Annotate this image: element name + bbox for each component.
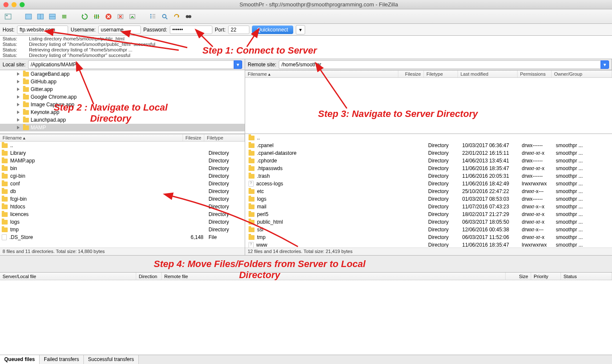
tab-successful-transfers[interactable]: Successful transfers: [84, 355, 139, 364]
quickconnect-dropdown-icon[interactable]: ▾: [296, 25, 305, 34]
col-server-file[interactable]: Server/Local file: [0, 273, 136, 280]
close-window-button[interactable]: [3, 2, 9, 7]
col-filetype[interactable]: Filetype: [424, 71, 458, 77]
port-input[interactable]: [228, 26, 249, 34]
disclosure-icon[interactable]: [17, 103, 20, 106]
dropdown-icon[interactable]: ▾: [234, 60, 242, 69]
process-queue-icon[interactable]: [91, 11, 102, 22]
disclosure-icon[interactable]: [17, 88, 20, 91]
file-row[interactable]: logsDirectory: [0, 218, 245, 226]
tab-queued-files[interactable]: Queued files: [0, 355, 40, 364]
file-row[interactable]: MAMP.appDirectory: [0, 157, 245, 165]
toolbar: [0, 9, 612, 24]
col-direction[interactable]: Direction: [136, 273, 162, 280]
toggle-local-tree-icon[interactable]: [35, 11, 46, 22]
file-row[interactable]: ..: [245, 134, 612, 142]
dropdown-icon[interactable]: ▾: [601, 60, 609, 69]
local-file-list[interactable]: ..LibraryDirectoryMAMP.appDirectorybinDi…: [0, 142, 245, 247]
filter-icon[interactable]: [147, 11, 158, 22]
message-log[interactable]: Status:Listing directory /home5/smoothpr…: [0, 36, 612, 59]
tree-node[interactable]: Launchpad.app: [0, 116, 245, 124]
file-row[interactable]: perl5Directory18/02/2017 21:27:29drwxr-x…: [245, 210, 612, 218]
col-filesize[interactable]: Filesize: [398, 71, 424, 77]
file-row[interactable]: tmpDirectory06/03/2017 11:52:06drwxr-xr-…: [245, 233, 612, 241]
toggle-queue-icon[interactable]: [59, 11, 70, 22]
col-filename[interactable]: Filename ▴: [245, 71, 398, 77]
reconnect-icon[interactable]: [127, 11, 138, 22]
disclosure-icon[interactable]: [17, 72, 20, 76]
file-row[interactable]: .cpanel-datastoreDirectory22/01/2012 16:…: [245, 149, 612, 157]
file-row[interactable]: licencesDirectory: [0, 210, 245, 218]
tree-node[interactable]: Keynote.app: [0, 108, 245, 116]
file-modified: 11/06/2016 20:05:31: [460, 173, 519, 179]
file-row[interactable]: cgi-binDirectory: [0, 172, 245, 180]
file-row[interactable]: logsDirectory01/03/2017 08:53:03drwx----…: [245, 195, 612, 203]
col-permissions[interactable]: Permissions: [518, 71, 552, 77]
sync-browse-icon[interactable]: [183, 11, 194, 22]
site-manager-icon[interactable]: [3, 11, 14, 22]
cancel-icon[interactable]: [103, 11, 114, 22]
file-row[interactable]: htdocsDirectory: [0, 203, 245, 210]
col-priority[interactable]: Priority: [531, 273, 561, 280]
file-row[interactable]: .htpasswdsDirectory11/06/2016 18:35:47dr…: [245, 165, 612, 172]
file-row[interactable]: sslDirectory12/06/2016 00:45:38drwxr-x--…: [245, 226, 612, 233]
file-row[interactable]: access-logsDirectory11/06/2016 18:42:49l…: [245, 180, 612, 188]
tree-node[interactable]: GitHub.app: [0, 78, 245, 85]
file-row[interactable]: .cpanelDirectory10/03/2017 06:36:47drwx-…: [245, 142, 612, 149]
file-row[interactable]: .cphordeDirectory14/06/2013 13:45:41drwx…: [245, 157, 612, 165]
toggle-remote-tree-icon[interactable]: [47, 11, 58, 22]
disclosure-icon[interactable]: [17, 80, 20, 83]
username-input[interactable]: [98, 26, 141, 34]
file-row[interactable]: fcgi-binDirectory: [0, 195, 245, 203]
remote-tree[interactable]: Filename ▴ Filesize Filetype Last modifi…: [245, 70, 612, 134]
tree-node[interactable]: MAMP: [0, 124, 245, 131]
search-icon[interactable]: [159, 11, 170, 22]
file-row[interactable]: wwwDirectory11/06/2016 18:35:47lrwxrwxrw…: [245, 241, 612, 247]
disconnect-icon[interactable]: [115, 11, 126, 22]
quickconnect-button[interactable]: Quickconnect: [252, 26, 293, 34]
local-site-input[interactable]: [28, 60, 234, 69]
host-input[interactable]: [17, 26, 68, 34]
compare-icon[interactable]: [171, 11, 182, 22]
zoom-window-button[interactable]: [20, 2, 25, 7]
file-row[interactable]: mailDirectory11/07/2016 07:43:23drwxr-x-…: [245, 203, 612, 210]
col-status[interactable]: Status: [561, 273, 612, 280]
tab-failed-transfers[interactable]: Failed transfers: [40, 355, 84, 364]
file-name: tmp: [10, 227, 19, 233]
refresh-icon[interactable]: [79, 11, 90, 22]
local-tree[interactable]: GarageBand.appGitHub.appGitter.appGoogle…: [0, 70, 245, 134]
file-name: logs: [10, 219, 20, 225]
remote-site-input[interactable]: [279, 60, 601, 69]
col-remote-file[interactable]: Remote file: [162, 273, 506, 280]
file-row[interactable]: tmpDirectory: [0, 226, 245, 233]
tree-node[interactable]: Gitter.app: [0, 85, 245, 93]
remote-file-list[interactable]: ...cpanelDirectory10/03/2017 06:36:47drw…: [245, 134, 612, 247]
toggle-log-icon[interactable]: [23, 11, 34, 22]
col-filesize[interactable]: Filesize: [183, 134, 204, 141]
disclosure-icon[interactable]: [17, 118, 20, 122]
file-row[interactable]: etcDirectory25/10/2016 22:47:22drwxr-x--…: [245, 188, 612, 195]
file-row[interactable]: public_htmlDirectory06/03/2017 18:05:50d…: [245, 218, 612, 226]
link-icon: [249, 181, 254, 187]
queue-body[interactable]: [0, 280, 612, 355]
tree-node[interactable]: Image Capture.app: [0, 101, 245, 108]
col-modified[interactable]: Last modified: [458, 71, 518, 77]
tree-node[interactable]: Google Chrome.app: [0, 93, 245, 101]
col-filename[interactable]: Filename ▴: [0, 134, 183, 141]
file-row[interactable]: .trashDirectory11/06/2016 20:05:31drwx--…: [245, 172, 612, 180]
file-row[interactable]: confDirectory: [0, 180, 245, 188]
file-row[interactable]: LibraryDirectory: [0, 149, 245, 157]
col-owner[interactable]: Owner/Group: [552, 71, 612, 77]
disclosure-icon[interactable]: [17, 95, 20, 99]
minimize-window-button[interactable]: [11, 2, 17, 7]
file-row[interactable]: binDirectory: [0, 165, 245, 172]
file-row[interactable]: .DS_Store6,148File: [0, 233, 245, 241]
file-row[interactable]: ..: [0, 142, 245, 149]
disclosure-icon[interactable]: [17, 111, 20, 114]
tree-node[interactable]: GarageBand.app: [0, 70, 245, 78]
password-input[interactable]: [170, 26, 212, 34]
col-size[interactable]: Size: [506, 273, 531, 280]
col-filetype[interactable]: Filetype: [204, 134, 245, 141]
disclosure-icon[interactable]: [17, 126, 20, 129]
file-row[interactable]: dbDirectory: [0, 188, 245, 195]
